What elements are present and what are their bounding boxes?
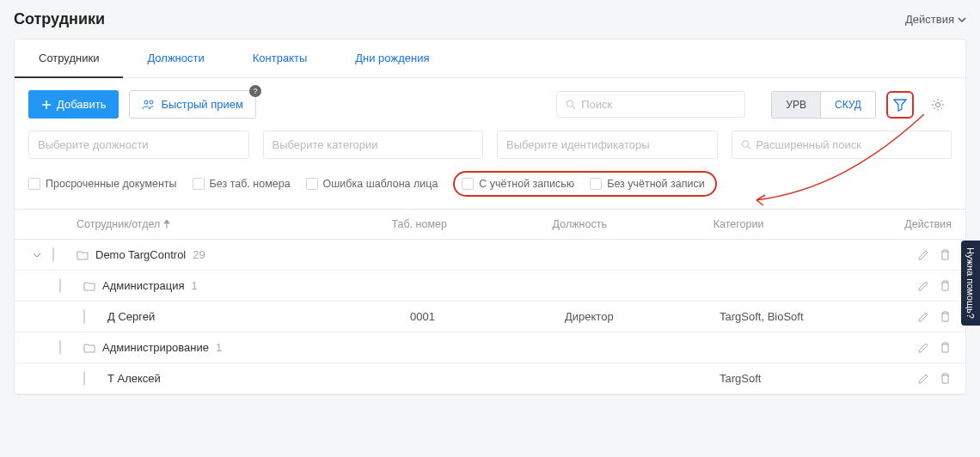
page-title: Сотрудники — [14, 10, 105, 28]
filter-row — [15, 131, 965, 171]
settings-button[interactable] — [924, 91, 952, 119]
check-row: Просроченные документы Без таб. номера О… — [15, 171, 965, 209]
table-row: Д Сергей 0001 Директор TargSoft, BioSoft — [15, 302, 965, 332]
edit-icon[interactable] — [917, 341, 930, 354]
without-account-checkbox[interactable]: Без учётной записи — [590, 178, 705, 190]
col-categories[interactable]: Категории — [714, 218, 867, 230]
search-icon — [741, 139, 751, 150]
tab-employees[interactable]: Сотрудники — [15, 40, 123, 78]
row-name: Администрирование — [102, 341, 209, 354]
tabs: Сотрудники Должности Контракты Дни рожде… — [15, 40, 965, 78]
row-checkbox[interactable] — [83, 309, 85, 324]
expand-toggle[interactable] — [28, 282, 52, 290]
trash-icon[interactable] — [939, 372, 952, 385]
trash-icon[interactable] — [939, 279, 952, 292]
chevron-down-icon — [33, 251, 41, 259]
trash-icon[interactable] — [939, 248, 952, 261]
tab-positions[interactable]: Должности — [123, 40, 228, 77]
folder-icon — [83, 280, 95, 292]
skud-button[interactable]: СКУД — [821, 91, 876, 119]
row-count: 29 — [193, 248, 205, 261]
row-checkbox[interactable] — [83, 371, 85, 386]
employees-table: Сотрудник/отдел Таб. номер Должность Кат… — [15, 209, 965, 394]
trash-icon[interactable] — [939, 341, 952, 354]
table-row: Администрирование 1 — [15, 332, 965, 363]
folder-icon — [77, 249, 89, 261]
toolbar: Добавить Быстрый прием ? УРВ СКУД — [15, 78, 965, 131]
edit-icon[interactable] — [917, 279, 930, 292]
svg-point-2 — [567, 101, 573, 107]
search-box[interactable] — [556, 91, 745, 118]
row-checkbox[interactable] — [59, 278, 61, 293]
people-icon — [142, 100, 156, 110]
row-name: Demo TargControl — [95, 248, 186, 261]
row-count: 1 — [192, 279, 198, 292]
row-count: 1 — [216, 341, 222, 354]
col-actions: Действия — [874, 218, 952, 230]
col-position[interactable]: Должность — [553, 218, 707, 230]
svg-point-0 — [144, 101, 148, 104]
advanced-search[interactable] — [732, 131, 952, 159]
main-card: Сотрудники Должности Контракты Дни рожде… — [14, 39, 966, 395]
face-template-error-checkbox[interactable]: Ошибка шаблона лица — [306, 178, 438, 190]
row-checkbox[interactable] — [59, 340, 61, 355]
table-row: Т Алексей TargSoft — [15, 363, 965, 394]
sort-asc-icon — [163, 220, 170, 228]
identifiers-filter[interactable] — [497, 131, 718, 159]
search-input[interactable] — [581, 98, 736, 111]
table-header: Сотрудник/отдел Таб. номер Должность Кат… — [15, 210, 965, 240]
gear-icon — [931, 98, 945, 112]
tab-contracts[interactable]: Контракты — [229, 40, 332, 77]
help-tooltip-icon[interactable]: ? — [249, 85, 261, 97]
quick-hire-button[interactable]: Быстрый прием — [129, 90, 255, 119]
highlighted-filters: С учётной записью Без учётной записи — [453, 171, 716, 197]
col-tab[interactable]: Таб. номер — [391, 218, 545, 230]
row-name: Администрация — [102, 279, 185, 292]
row-categories: TargSoft — [720, 372, 867, 385]
folder-icon — [83, 342, 95, 354]
urv-button[interactable]: УРВ — [771, 91, 821, 119]
quick-hire-label: Быстрый прием — [161, 98, 242, 111]
edit-icon[interactable] — [917, 310, 930, 323]
mode-toggle: УРВ СКУД — [771, 91, 876, 119]
row-checkbox[interactable] — [52, 247, 54, 262]
no-tab-number-checkbox[interactable]: Без таб. номера — [193, 178, 291, 190]
row-categories: TargSoft, BioSoft — [720, 310, 867, 323]
positions-filter[interactable] — [28, 131, 249, 159]
expand-toggle[interactable] — [28, 251, 46, 259]
help-tab[interactable]: Нужна помощь? — [961, 241, 980, 326]
edit-icon[interactable] — [917, 372, 930, 385]
edit-icon[interactable] — [917, 248, 930, 261]
row-tab: 0001 — [410, 310, 558, 323]
svg-point-1 — [150, 101, 153, 104]
table-row: Администрация 1 — [15, 271, 965, 302]
add-label: Добавить — [57, 98, 106, 111]
actions-label: Действия — [905, 13, 954, 26]
expired-docs-checkbox[interactable]: Просроченные документы — [28, 178, 177, 190]
plus-icon — [41, 100, 52, 110]
filter-icon — [893, 98, 907, 112]
row-name: Д Сергей — [107, 310, 155, 323]
with-account-checkbox[interactable]: С учётной записью — [462, 178, 574, 190]
chevron-down-icon — [958, 15, 966, 24]
row-name: Т Алексей — [107, 372, 161, 385]
col-employee[interactable]: Сотрудник/отдел — [77, 218, 384, 230]
expand-toggle[interactable] — [28, 344, 52, 352]
categories-filter[interactable] — [263, 131, 484, 159]
svg-point-4 — [742, 141, 748, 147]
svg-point-3 — [936, 102, 940, 107]
row-position: Директор — [565, 310, 713, 323]
tab-birthdays[interactable]: Дни рождения — [331, 40, 453, 77]
filter-button[interactable] — [886, 91, 914, 119]
search-icon — [566, 99, 576, 110]
add-button[interactable]: Добавить — [28, 90, 119, 119]
table-row: Demo TargControl 29 — [15, 240, 965, 271]
trash-icon[interactable] — [939, 310, 952, 323]
actions-menu[interactable]: Действия — [905, 13, 966, 26]
